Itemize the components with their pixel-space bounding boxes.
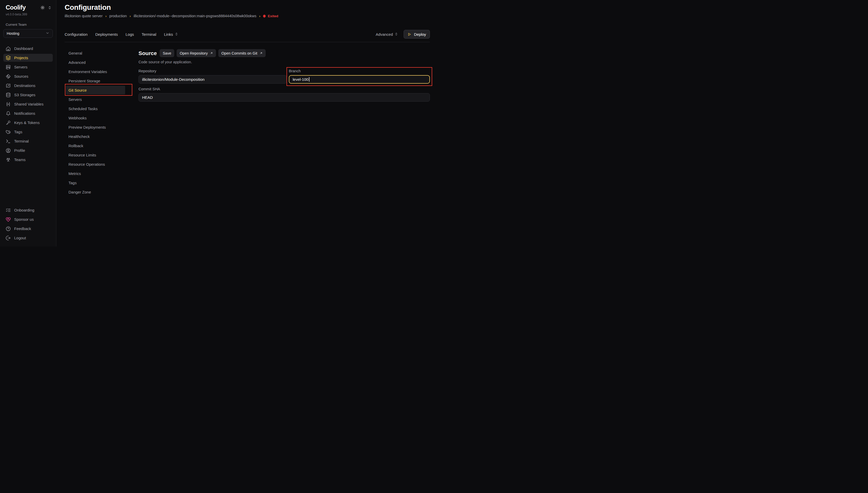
sidebar-item-notifications[interactable]: Notifications <box>3 109 53 117</box>
open-commits-button[interactable]: Open Commits on Git <box>218 49 266 57</box>
breadcrumb-separator-icon: › <box>130 14 131 18</box>
sidebar-item-sources[interactable]: Sources <box>3 72 53 80</box>
braces-x-icon <box>6 102 11 107</box>
sidebar-item-profile[interactable]: Profile <box>3 146 53 154</box>
bell-icon <box>6 111 11 116</box>
sidebar-footer: Onboarding Sponsor us Feedback Logout <box>3 206 53 242</box>
tab-terminal[interactable]: Terminal <box>142 32 156 37</box>
instance-selector-icon[interactable] <box>48 6 51 10</box>
open-repository-button[interactable]: Open Repository <box>176 49 216 57</box>
current-team-label: Current Team <box>6 23 53 26</box>
subnav-environment-variables[interactable]: Environment Variables <box>66 67 125 76</box>
home-icon <box>6 46 11 51</box>
tab-logs[interactable]: Logs <box>126 32 134 37</box>
subnav-persistent-storage[interactable]: Persistent Storage <box>66 77 125 85</box>
repository-label: Repository <box>139 69 287 73</box>
tabs-row: Configuration Deployments Logs Terminal … <box>65 30 430 39</box>
subnav-resource-limits[interactable]: Resource Limits <box>66 151 125 159</box>
subnav-tags[interactable]: Tags <box>66 178 125 187</box>
source-description: Code source of your application. <box>139 60 430 64</box>
chevrons-up-down-icon <box>175 32 178 37</box>
page-title: Configuration <box>65 3 430 12</box>
breadcrumb-separator-icon: › <box>106 14 107 18</box>
commit-sha-field-group: Commit SHA <box>139 87 430 102</box>
layers-icon <box>6 55 11 61</box>
status-dot-icon <box>263 15 266 18</box>
main-content: Configuration illicitonion quote server … <box>56 0 434 246</box>
help-circle-icon <box>6 226 11 231</box>
branch-field-group-annotated: Branch <box>289 69 430 84</box>
breadcrumb-separator-icon: › <box>259 14 260 18</box>
subnav-healthcheck[interactable]: Healthcheck <box>66 132 125 141</box>
subnav-resource-operations[interactable]: Resource Operations <box>66 160 125 169</box>
map-icon <box>6 83 11 88</box>
sidebar-item-keys-tokens[interactable]: Keys & Tokens <box>3 119 53 127</box>
subnav-rollback[interactable]: Rollback <box>66 141 125 150</box>
coolify-app: Coolify v4.0.0-beta.399 Current Team Hos… <box>0 0 434 246</box>
sidebar-item-feedback[interactable]: Feedback <box>3 224 53 233</box>
heart-handshake-icon <box>6 217 11 222</box>
subnav-scheduled-tasks[interactable]: Scheduled Tasks <box>66 104 125 113</box>
branch-label: Branch <box>289 69 430 73</box>
deploy-button[interactable]: Deploy <box>404 30 430 39</box>
commit-sha-input[interactable] <box>139 93 430 102</box>
advanced-dropdown[interactable]: Advanced <box>376 32 398 37</box>
sidebar-item-servers[interactable]: Servers <box>3 63 53 71</box>
status-text: Exited <box>268 14 278 18</box>
user-circle-icon <box>6 148 11 153</box>
subnav-webhooks[interactable]: Webhooks <box>66 113 125 122</box>
tab-configuration[interactable]: Configuration <box>65 32 87 37</box>
database-icon <box>6 92 11 98</box>
sidebar-item-destinations[interactable]: Destinations <box>3 82 53 89</box>
team-select[interactable]: Hosting <box>3 29 53 38</box>
breadcrumb: illicitonion quote server › production ›… <box>65 14 430 18</box>
repository-field-group: Repository <box>139 69 287 84</box>
subnav-servers[interactable]: Servers <box>66 95 125 104</box>
sidebar-item-shared-variables[interactable]: Shared Variables <box>3 100 53 108</box>
header-divider <box>65 42 430 42</box>
chevrons-up-down-icon <box>395 32 398 37</box>
branch-input[interactable] <box>289 75 430 84</box>
tag-icon <box>6 129 11 134</box>
team-select-value: Hosting <box>7 31 19 36</box>
sidebar: Coolify v4.0.0-beta.399 Current Team Hos… <box>0 0 56 246</box>
status-badge: Exited <box>263 14 278 18</box>
app-logo: Coolify <box>6 4 26 11</box>
server-icon <box>6 65 11 70</box>
commit-sha-label: Commit SHA <box>139 87 430 91</box>
git-source-form: Source Save Open Repository Open Commits… <box>139 49 430 246</box>
breadcrumb-environment[interactable]: production <box>109 14 127 18</box>
sidebar-item-teams[interactable]: Teams <box>3 156 53 164</box>
sidebar-item-logout[interactable]: Logout <box>3 234 53 242</box>
play-icon <box>407 33 411 36</box>
breadcrumb-project[interactable]: illicitonion quote server <box>65 14 103 18</box>
breadcrumb-application[interactable]: illicitestonion/-module--decomposition:m… <box>133 14 256 18</box>
source-heading: Source <box>139 50 157 56</box>
sidebar-item-onboarding[interactable]: Onboarding <box>3 206 53 214</box>
sidebar-item-projects[interactable]: Projects <box>3 54 53 62</box>
subnav-danger-zone[interactable]: Danger Zone <box>66 188 125 196</box>
text-cursor <box>309 77 310 82</box>
theme-toggle-sun-icon[interactable] <box>40 5 45 11</box>
sidebar-item-sponsor[interactable]: Sponsor us <box>3 215 53 223</box>
subnav-git-source[interactable]: Git Source <box>66 86 125 94</box>
sidebar-item-dashboard[interactable]: Dashboard <box>3 44 53 52</box>
users-icon <box>6 157 11 163</box>
repository-input[interactable] <box>139 75 287 84</box>
sidebar-item-terminal[interactable]: Terminal <box>3 137 53 145</box>
subnav-general[interactable]: General <box>66 49 125 57</box>
key-icon <box>6 120 11 125</box>
tab-deployments[interactable]: Deployments <box>95 32 118 37</box>
list-checks-icon <box>6 208 11 213</box>
subnav-preview-deployments[interactable]: Preview Deployments <box>66 123 125 131</box>
app-version: v4.0.0-beta.399 <box>6 13 53 16</box>
chevron-down-icon <box>46 31 49 36</box>
sidebar-nav: Dashboard Projects Servers Sources Desti… <box>3 44 53 164</box>
tab-links[interactable]: Links <box>164 32 178 37</box>
save-button[interactable]: Save <box>160 49 174 57</box>
subnav-metrics[interactable]: Metrics <box>66 169 125 178</box>
subnav-advanced[interactable]: Advanced <box>66 58 125 67</box>
sidebar-item-s3-storages[interactable]: S3 Storages <box>3 91 53 99</box>
logout-icon <box>6 235 11 241</box>
sidebar-item-tags[interactable]: Tags <box>3 128 53 136</box>
